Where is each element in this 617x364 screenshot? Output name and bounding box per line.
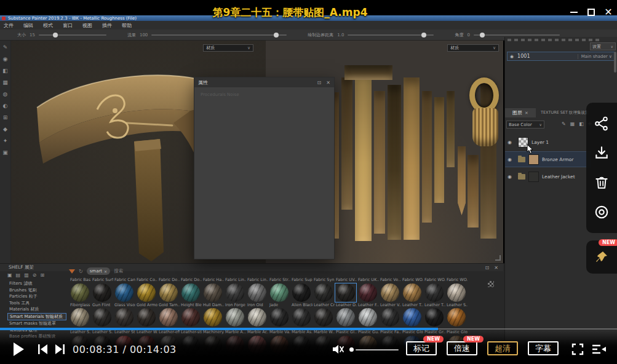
properties-dialog-header[interactable]: 属性 ⊡ ✕ (194, 77, 334, 87)
material-item[interactable] (423, 283, 445, 303)
material-item[interactable] (246, 307, 268, 327)
tool-icon-9[interactable]: ▣ (2, 149, 8, 156)
tool-icon-6[interactable]: ⊞ (3, 114, 8, 121)
shader-selector[interactable]: Main shader ∨ (578, 54, 612, 59)
tab-texture-set-settings[interactable]: TEXTURE SET 纹理集设置 (541, 110, 589, 116)
volume-slider[interactable] (349, 343, 401, 355)
layer-row-leather-jacket[interactable]: ◉ Leather Jacket (505, 168, 591, 184)
slider[interactable] (474, 34, 560, 36)
fullscreen-icon[interactable] (570, 342, 585, 357)
material-item[interactable] (69, 283, 91, 303)
menu-item-1[interactable]: 编辑 (23, 22, 33, 29)
slider-handle[interactable] (480, 33, 485, 38)
tab-layers[interactable]: 图层 ✕ (505, 108, 536, 117)
material-item[interactable] (357, 307, 379, 327)
play-button[interactable] (14, 342, 24, 356)
scrollbar[interactable] (614, 52, 616, 73)
material-item[interactable] (357, 283, 379, 303)
video-progress-bar[interactable] (0, 328, 617, 330)
shelf-category-0[interactable]: Filters 滤镜 (7, 280, 66, 287)
tool-icon-7[interactable]: ◆ (3, 126, 7, 132)
muted-speaker-icon[interactable] (331, 343, 344, 355)
next-frame-button[interactable] (54, 344, 66, 355)
material-item[interactable] (224, 283, 246, 303)
shelf-category-5[interactable]: Smart Materials 智能材质 (7, 313, 66, 321)
dock-icon[interactable]: ⊡ (317, 80, 322, 85)
slider[interactable] (39, 34, 106, 36)
trash-icon[interactable] (594, 175, 610, 191)
material-item[interactable] (445, 307, 468, 327)
close-icon[interactable]: ✕ (104, 269, 107, 274)
slider[interactable] (348, 34, 434, 36)
material-item[interactable] (113, 283, 135, 303)
mark-button[interactable]: 标记 (406, 341, 437, 355)
material-item[interactable] (268, 283, 290, 303)
shelf-category-2[interactable]: Particles 粒子 (7, 293, 66, 300)
eye-icon[interactable]: ◉ (508, 157, 515, 162)
material-item[interactable] (423, 307, 445, 327)
volume-handle[interactable] (349, 347, 354, 352)
tool-icon-0[interactable]: ✎ (3, 44, 8, 50)
slider[interactable] (151, 34, 287, 36)
list-icon[interactable]: ▤ (16, 272, 21, 278)
tool-icon-4[interactable]: ◍ (3, 91, 8, 97)
filter-funnel-icon[interactable] (69, 269, 75, 274)
download-icon[interactable] (594, 145, 610, 161)
material-item[interactable] (312, 307, 335, 327)
shelf-category-3[interactable]: Tools 工具 (7, 300, 66, 307)
record-icon[interactable] (594, 204, 610, 220)
maximize-button[interactable] (586, 7, 596, 17)
material-item[interactable] (290, 283, 312, 303)
close-button[interactable]: ✕ (603, 7, 613, 17)
link-icon[interactable]: ⊘ (33, 272, 37, 278)
material-item[interactable] (91, 307, 113, 327)
viewport3d-material-dropdown[interactable]: 材质 ∨ (203, 44, 253, 52)
viewport-resize-handle[interactable] (495, 255, 501, 261)
speed-button[interactable]: 倍速 (447, 341, 477, 355)
layer-row-layer1[interactable]: ◉ Layer 1 (505, 134, 591, 150)
material-item[interactable] (445, 283, 468, 303)
search-filter-chip[interactable]: smart ✕ (87, 267, 110, 275)
material-item[interactable] (312, 283, 335, 303)
material-item[interactable] (202, 283, 224, 303)
material-item[interactable] (401, 283, 423, 303)
material-item[interactable] (69, 307, 91, 327)
dock-icon[interactable]: ⊡ (485, 265, 490, 271)
material-item[interactable] (113, 307, 135, 327)
pin-icon[interactable] (594, 250, 609, 264)
viewport2d-material-dropdown[interactable]: 材质 ∨ (447, 44, 499, 52)
material-item[interactable] (135, 307, 157, 327)
import-icon[interactable]: ⊞ (40, 272, 44, 278)
eye-icon[interactable]: ◉ (508, 140, 515, 145)
close-icon[interactable]: ✕ (494, 265, 498, 271)
refresh-icon[interactable]: ↻ (79, 269, 83, 274)
playlist-icon[interactable] (591, 342, 607, 357)
texture-set-row[interactable]: ◉ 1001 Main shader ∨ (507, 52, 615, 61)
material-item[interactable] (202, 307, 224, 327)
tool-icon-2[interactable]: ◧ (2, 68, 8, 74)
tool-icon-8[interactable]: ✦ (3, 138, 8, 144)
slider-handle[interactable] (274, 33, 279, 38)
material-item[interactable] (335, 307, 357, 327)
tool-icon-3[interactable]: ▦ (2, 79, 8, 85)
material-item[interactable] (180, 307, 202, 327)
slider-handle[interactable] (53, 33, 58, 38)
fill-icon[interactable]: ▦ (570, 121, 575, 127)
shelf-category-6[interactable]: Smart masks 智能遮罩 (7, 320, 66, 327)
minimize-button[interactable] (569, 7, 579, 17)
eye-icon[interactable]: ◉ (510, 54, 514, 59)
material-item[interactable] (379, 283, 401, 303)
channel-dropdown[interactable]: Base Color ∨ (506, 121, 544, 129)
folder-icon[interactable]: ▣ (7, 272, 12, 278)
detail-icon[interactable]: ▥ (24, 272, 29, 278)
eye-icon[interactable]: ◉ (508, 174, 515, 180)
mask-icon[interactable]: ◧ (579, 121, 584, 127)
material-item[interactable] (157, 307, 180, 327)
search-input[interactable]: 搜索 (114, 268, 123, 274)
menu-item-3[interactable]: 窗口 (63, 22, 73, 29)
quality-button[interactable]: 超清 (487, 341, 518, 355)
slider-handle[interactable] (421, 33, 426, 38)
previous-frame-button[interactable] (37, 344, 49, 355)
material-item[interactable] (157, 283, 180, 303)
close-icon[interactable]: ✕ (525, 111, 528, 116)
